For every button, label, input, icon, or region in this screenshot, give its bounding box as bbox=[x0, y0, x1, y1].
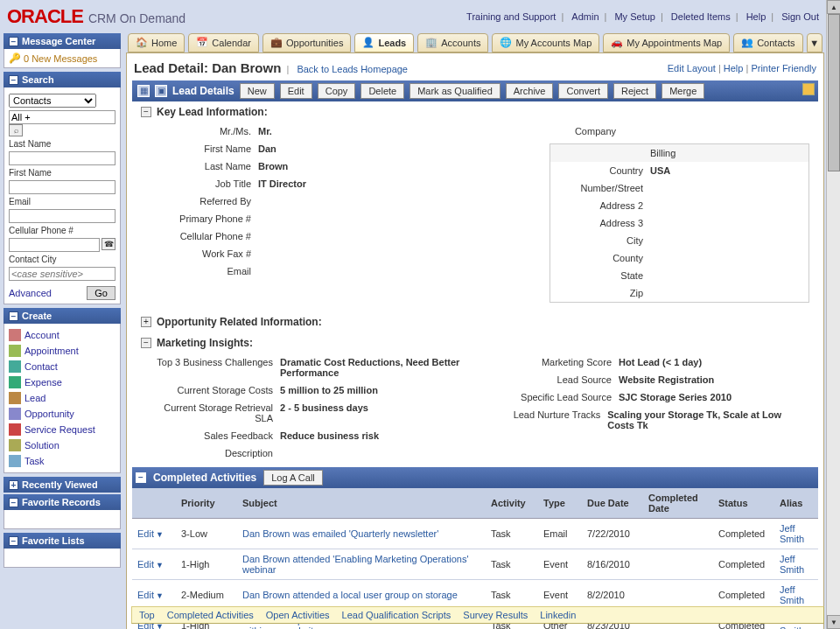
create-link[interactable]: Appointment bbox=[24, 346, 79, 356]
create-item-service-request[interactable]: Service Request bbox=[9, 422, 116, 437]
lookup-icon[interactable]: ⌕ bbox=[9, 124, 23, 136]
link-admin[interactable]: Admin bbox=[568, 11, 602, 22]
collapse-icon[interactable]: − bbox=[136, 472, 146, 483]
col-priority[interactable]: Priority bbox=[176, 488, 237, 519]
collapse-icon[interactable]: − bbox=[9, 75, 18, 85]
dropdown-icon[interactable]: ▼ bbox=[156, 530, 164, 539]
create-link[interactable]: Expense bbox=[24, 377, 62, 388]
collapse-icon[interactable]: − bbox=[9, 498, 18, 507]
subject-link[interactable]: Dan Brown attended a local user group on… bbox=[242, 590, 458, 600]
create-link[interactable]: Lead bbox=[24, 393, 46, 403]
edit-link[interactable]: Edit bbox=[137, 559, 154, 570]
dropdown-icon[interactable]: ▼ bbox=[156, 591, 164, 600]
create-item-task[interactable]: Task bbox=[9, 453, 116, 469]
new-button[interactable]: New bbox=[240, 83, 275, 99]
alias-link[interactable]: Jeff Smith bbox=[780, 554, 804, 575]
convert-button[interactable]: Convert bbox=[558, 83, 608, 99]
alias-link[interactable]: Jeff Smith bbox=[780, 584, 804, 605]
col-status[interactable]: Status bbox=[713, 488, 774, 519]
collapse-icon[interactable]: − bbox=[9, 311, 18, 321]
edit-layout-link[interactable]: Edit Layout bbox=[668, 63, 716, 73]
merge-button[interactable]: Merge bbox=[662, 83, 704, 99]
printer-friendly-link[interactable]: Printer Friendly bbox=[751, 63, 816, 73]
col-type[interactable]: Type bbox=[538, 488, 582, 519]
collapse-icon[interactable]: − bbox=[9, 37, 18, 46]
layout-icon[interactable] bbox=[802, 83, 815, 95]
search-city-input[interactable] bbox=[9, 267, 116, 281]
tab-my-accounts-map[interactable]: 🌐My Accounts Map bbox=[492, 33, 599, 52]
tab-my-appointments-map[interactable]: 🚗My Appointments Map bbox=[603, 33, 730, 52]
expand-all-icon[interactable]: ▦ bbox=[137, 85, 150, 97]
tab-contacts[interactable]: 👥Contacts bbox=[733, 33, 802, 52]
create-item-contact[interactable]: Contact bbox=[9, 359, 116, 374]
archive-button[interactable]: Archive bbox=[506, 83, 554, 99]
col-alias[interactable]: Alias bbox=[774, 488, 818, 519]
vertical-scrollbar[interactable]: ▲ ▼ bbox=[826, 0, 840, 629]
create-item-opportunity[interactable]: Opportunity bbox=[9, 406, 116, 422]
expand-icon[interactable]: + bbox=[9, 480, 18, 490]
botlink-survey[interactable]: Survey Results bbox=[463, 610, 528, 620]
link-signout[interactable]: Sign Out bbox=[778, 11, 822, 22]
reject-button[interactable]: Reject bbox=[613, 83, 656, 99]
log-a-call-button[interactable]: Log A Call bbox=[263, 470, 323, 486]
link-deleted[interactable]: Deleted Items bbox=[668, 11, 734, 22]
create-item-account[interactable]: Account bbox=[9, 327, 116, 343]
panel-favorite-records[interactable]: −Favorite Records bbox=[4, 494, 121, 510]
advanced-link[interactable]: Advanced bbox=[9, 288, 52, 298]
scroll-thumb[interactable] bbox=[828, 14, 840, 171]
botlink-top[interactable]: Top bbox=[139, 610, 155, 620]
tab-leads[interactable]: 👤Leads bbox=[354, 33, 414, 52]
panel-search[interactable]: −Search bbox=[4, 72, 121, 87]
search-email-input[interactable] bbox=[9, 209, 116, 223]
create-link[interactable]: Contact bbox=[24, 361, 58, 372]
col-activity[interactable]: Activity bbox=[486, 488, 538, 519]
tab-accounts[interactable]: 🏢Accounts bbox=[417, 33, 488, 52]
edit-button[interactable]: Edit bbox=[280, 83, 312, 99]
tab-home[interactable]: 🏠Home bbox=[128, 33, 185, 52]
go-button[interactable]: Go bbox=[87, 286, 116, 300]
botlink-completed-activities[interactable]: Completed Activities bbox=[167, 610, 254, 620]
tab-calendar[interactable]: 📅Calendar bbox=[188, 33, 259, 52]
back-link[interactable]: Back to Leads Homepage bbox=[297, 64, 408, 74]
panel-favorite-lists[interactable]: −Favorite Lists bbox=[4, 533, 121, 549]
alias-link[interactable]: Jeff Smith bbox=[780, 523, 804, 544]
help-link[interactable]: Help bbox=[724, 63, 744, 73]
create-link[interactable]: Solution bbox=[24, 440, 60, 451]
link-training[interactable]: Training and Support bbox=[463, 11, 559, 22]
search-firstname-input[interactable] bbox=[9, 180, 116, 194]
mark-qualified-button[interactable]: Mark as Qualified bbox=[410, 83, 500, 99]
botlink-linkedin[interactable]: Linkedin bbox=[540, 610, 576, 620]
link-mysetup[interactable]: My Setup bbox=[611, 11, 658, 22]
edit-link[interactable]: Edit bbox=[137, 590, 154, 600]
new-messages-line[interactable]: 🔑 0 New Messages bbox=[9, 52, 116, 64]
col-subject[interactable]: Subject bbox=[237, 488, 486, 519]
link-help-top[interactable]: Help bbox=[743, 11, 770, 22]
botlink-lead-qual[interactable]: Lead Qualification Scripts bbox=[342, 610, 452, 620]
botlink-open-activities[interactable]: Open Activities bbox=[266, 610, 330, 620]
search-cell-input[interactable] bbox=[9, 238, 100, 252]
col-due[interactable]: Due Date bbox=[582, 488, 643, 519]
collapse-icon[interactable]: − bbox=[9, 536, 18, 546]
subject-link[interactable]: Dan Brown attended 'Enabling Marketing O… bbox=[242, 554, 469, 575]
create-link[interactable]: Account bbox=[24, 330, 60, 340]
dropdown-icon[interactable]: ▼ bbox=[156, 561, 164, 570]
expand-icon[interactable]: + bbox=[141, 317, 151, 327]
subject-link[interactable]: Dan Brown was emailed 'Quarterly newslet… bbox=[242, 528, 438, 539]
scroll-down-icon[interactable]: ▼ bbox=[827, 615, 840, 629]
panel-recently-viewed[interactable]: +Recently Viewed bbox=[4, 477, 121, 493]
create-link[interactable]: Task bbox=[24, 456, 45, 466]
edit-link[interactable]: Edit bbox=[137, 528, 154, 539]
tab-opportunities[interactable]: 💼Opportunities bbox=[262, 33, 351, 52]
create-item-solution[interactable]: Solution bbox=[9, 437, 116, 453]
search-lastname-input[interactable] bbox=[9, 151, 116, 165]
phone-icon[interactable]: ☎ bbox=[102, 238, 116, 250]
create-link[interactable]: Opportunity bbox=[24, 409, 74, 419]
panel-message-center[interactable]: −Message Center bbox=[4, 33, 121, 49]
scroll-up-icon[interactable]: ▲ bbox=[827, 0, 840, 14]
panel-create[interactable]: −Create bbox=[4, 308, 121, 324]
create-item-appointment[interactable]: Appointment bbox=[9, 343, 116, 359]
search-type-select[interactable]: Contacts bbox=[9, 94, 96, 108]
copy-button[interactable]: Copy bbox=[318, 83, 356, 99]
col-completed[interactable]: Completed Date bbox=[643, 488, 713, 519]
collapse-icon[interactable]: − bbox=[141, 107, 151, 117]
